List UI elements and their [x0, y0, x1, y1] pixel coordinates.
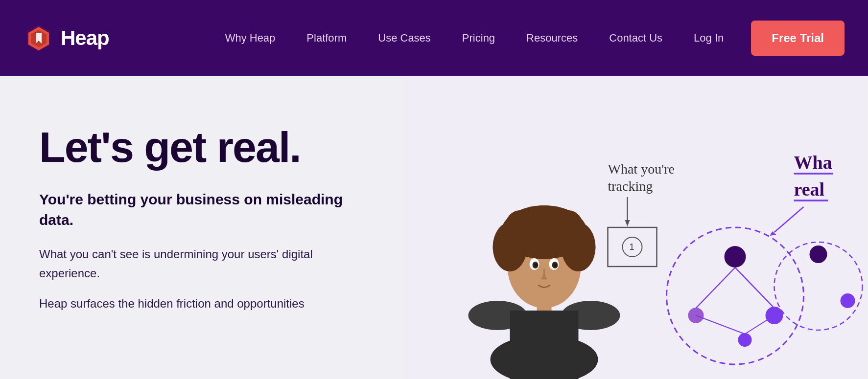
nav-why-heap[interactable]: Why Heap — [210, 32, 291, 45]
svg-point-22 — [554, 264, 557, 267]
svg-point-47 — [841, 293, 855, 308]
nav-platform[interactable]: Platform — [291, 32, 362, 45]
hero-image-area: What you're tracking 1 Wha real — [401, 76, 868, 379]
svg-point-46 — [810, 245, 827, 263]
logo-link[interactable]: Heap — [23, 23, 109, 53]
hero-illustration: What you're tracking 1 Wha real — [401, 76, 868, 379]
nav-resources[interactable]: Resources — [511, 32, 593, 45]
svg-text:real: real — [794, 179, 825, 200]
nav-links: Why Heap Platform Use Cases Pricing Reso… — [210, 21, 845, 56]
svg-point-37 — [725, 246, 746, 268]
heap-logo-icon — [23, 23, 54, 53]
hero-body-2: Heap surfaces the hidden friction and op… — [39, 294, 362, 313]
svg-point-40 — [738, 333, 752, 347]
nav-use-cases[interactable]: Use Cases — [362, 32, 446, 45]
svg-text:What you're: What you're — [608, 161, 675, 177]
logo-text: Heap — [61, 26, 109, 50]
hero-title: Let's get real. — [39, 125, 362, 170]
svg-text:tracking: tracking — [608, 178, 653, 194]
hero-section: Let's get real. You're betting your busi… — [0, 76, 868, 379]
navbar: Heap Why Heap Platform Use Cases Pricing… — [0, 0, 868, 76]
nav-contact-us[interactable]: Contact Us — [593, 32, 678, 45]
nav-log-in[interactable]: Log In — [678, 32, 739, 45]
hero-body-1: What you can't see is undermining your u… — [39, 245, 362, 283]
svg-text:1: 1 — [630, 242, 634, 252]
svg-point-21 — [535, 264, 538, 267]
nav-pricing[interactable]: Pricing — [446, 32, 511, 45]
svg-rect-16 — [510, 311, 579, 379]
svg-point-13 — [525, 205, 564, 235]
hero-subtitle: You're betting your business on misleadi… — [39, 189, 362, 230]
svg-text:Wha: Wha — [794, 152, 832, 173]
free-trial-button[interactable]: Free Trial — [751, 21, 845, 56]
hero-content: Let's get real. You're betting your busi… — [0, 76, 401, 379]
